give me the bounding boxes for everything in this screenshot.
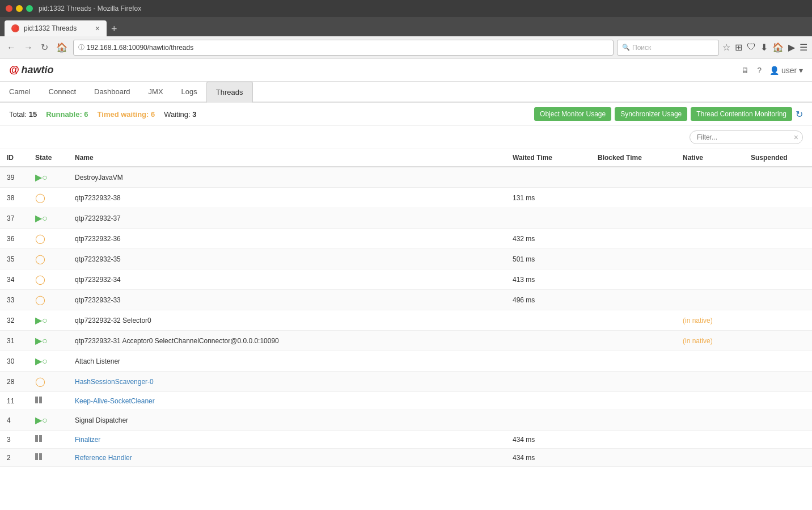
cell-id: 31 <box>0 331 28 351</box>
cell-id: 32 <box>0 310 28 331</box>
forward-btn[interactable]: → <box>22 40 35 55</box>
cell-waited-time: 434 ms <box>506 449 591 467</box>
suspended-icon <box>35 454 42 462</box>
thread-contention-btn[interactable]: Thread Contention Monitoring <box>691 107 792 121</box>
browser-addressbar: ← → ↻ 🏠 ⓘ 192.168.1.68:10090/hawtio/thre… <box>0 36 812 59</box>
cell-id: 34 <box>0 269 28 290</box>
thread-name-link[interactable]: Finalizer <box>75 436 100 444</box>
home-btn[interactable]: 🏠 <box>54 40 70 55</box>
table-row: 39▶○DestroyJavaVM <box>0 167 812 188</box>
cell-name[interactable]: Reference Handler <box>68 449 506 467</box>
cell-native <box>676 229 744 249</box>
help-icon[interactable]: ? <box>757 66 762 75</box>
timed-value: 6 <box>151 110 155 119</box>
cell-suspended <box>744 208 812 229</box>
cell-blocked-time <box>591 310 676 331</box>
reader-icon[interactable]: ⊞ <box>735 42 742 53</box>
filter-clear-btn[interactable]: × <box>794 133 798 142</box>
table-row: 11Keep-Alive-SocketCleaner <box>0 392 812 410</box>
search-placeholder: Поиск <box>632 44 651 52</box>
monitor-icon[interactable]: 🖥 <box>741 66 749 75</box>
cell-id: 30 <box>0 351 28 372</box>
cell-name[interactable]: HashSessionScavenger-0 <box>68 372 506 392</box>
cell-blocked-time <box>591 208 676 229</box>
cell-name: qtp7232932-38 <box>68 188 506 208</box>
in-native-label: (in native) <box>683 337 713 345</box>
cell-waited-time <box>506 372 591 392</box>
content-area: Total: 15 Runnable: 6 Timed waiting: 6 W… <box>0 103 812 467</box>
action-buttons: Object Monitor Usage Synchronizer Usage … <box>534 107 803 121</box>
maximize-window-btn[interactable] <box>26 5 33 12</box>
runnable-icon: ▶○ <box>35 213 48 223</box>
col-header-id: ID <box>0 149 28 167</box>
cell-id: 28 <box>0 372 28 392</box>
tab-close-btn[interactable]: × <box>95 24 100 33</box>
search-box[interactable]: 🔍 Поиск <box>617 40 719 56</box>
cell-native <box>676 167 744 188</box>
table-row: 28◯HashSessionScavenger-0 <box>0 372 812 392</box>
user-menu[interactable]: 👤 user ▾ <box>769 66 803 75</box>
new-tab-btn[interactable]: + <box>107 23 122 35</box>
minimize-window-btn[interactable] <box>16 5 23 12</box>
nav-item-dashboard[interactable]: Dashboard <box>85 82 139 103</box>
col-header-native: Native <box>676 149 744 167</box>
cell-name: qtp7232932-35 <box>68 249 506 269</box>
browser-tab-active[interactable]: 🔴 pid:1332 Threads × <box>5 20 107 36</box>
cell-id: 33 <box>0 290 28 310</box>
table-row: 2Reference Handler434 ms <box>0 449 812 467</box>
cell-native <box>676 269 744 290</box>
thread-name-link[interactable]: Reference Handler <box>75 454 132 462</box>
menu-icon[interactable]: ☰ <box>800 42 807 53</box>
cell-name[interactable]: Keep-Alive-SocketCleaner <box>68 392 506 410</box>
nav-item-jmx[interactable]: JMX <box>139 82 172 103</box>
synchronizer-btn[interactable]: Synchronizer Usage <box>615 107 687 121</box>
address-bar[interactable]: ⓘ 192.168.1.68:10090/hawtio/threads <box>73 40 614 56</box>
cell-id: 4 <box>0 410 28 431</box>
yt-icon[interactable]: ▶ <box>788 42 795 53</box>
table-row: 37▶○qtp7232932-37 <box>0 208 812 229</box>
download-icon[interactable]: ⬇ <box>760 42 768 53</box>
cell-name: qtp7232932-32 Selector0 <box>68 310 506 331</box>
thread-name-link[interactable]: HashSessionScavenger-0 <box>75 378 154 386</box>
back-btn[interactable]: ← <box>5 40 18 55</box>
cell-name[interactable]: Finalizer <box>68 431 506 449</box>
nav-item-logs[interactable]: Logs <box>172 82 206 103</box>
cell-name: Signal Dispatcher <box>68 410 506 431</box>
total-stat: Total: 15 <box>9 110 37 119</box>
cell-waited-time <box>506 167 591 188</box>
cell-waited-time: 434 ms <box>506 431 591 449</box>
stats-bar: Total: 15 Runnable: 6 Timed waiting: 6 W… <box>0 103 812 126</box>
home-toolbar-icon[interactable]: 🏠 <box>772 42 784 53</box>
nav-item-camel[interactable]: Camel <box>0 82 40 103</box>
nav-item-threads[interactable]: Threads <box>206 82 253 103</box>
cell-name: qtp7232932-33 <box>68 290 506 310</box>
browser-toolbar-icons: ☆ ⊞ 🛡 ⬇ 🏠 ▶ ☰ <box>722 42 807 53</box>
cell-blocked-time <box>591 431 676 449</box>
col-header-name: Name <box>68 149 506 167</box>
filter-input[interactable] <box>690 130 803 144</box>
shield-icon[interactable]: 🛡 <box>747 42 756 53</box>
suspended-icon <box>35 436 42 444</box>
table-row: 38◯qtp7232932-38131 ms <box>0 188 812 208</box>
refresh-threads-btn[interactable]: ↻ <box>796 109 803 120</box>
nav-item-connect[interactable]: Connect <box>40 82 85 103</box>
hawtio-logo: @hawtio <box>9 64 54 76</box>
cell-native <box>676 208 744 229</box>
waiting-icon: ◯ <box>35 234 45 243</box>
cell-state: ◯ <box>28 229 68 249</box>
waiting-icon: ◯ <box>35 275 45 284</box>
object-monitor-btn[interactable]: Object Monitor Usage <box>534 107 611 121</box>
cell-blocked-time <box>591 351 676 372</box>
waiting-icon: ◯ <box>35 254 45 264</box>
thread-name-link[interactable]: Keep-Alive-SocketCleaner <box>75 397 155 405</box>
refresh-nav-btn[interactable]: ↻ <box>39 40 50 55</box>
tab-label: pid:1332 Threads <box>24 24 77 32</box>
cell-native <box>676 449 744 467</box>
timed-stat: Timed waiting: 6 <box>98 110 155 119</box>
bookmark-icon[interactable]: ☆ <box>722 42 730 53</box>
timed-label: Timed waiting: <box>98 110 149 119</box>
close-window-btn[interactable] <box>6 5 12 12</box>
cell-blocked-time <box>591 290 676 310</box>
cell-name: Attach Listener <box>68 351 506 372</box>
user-icon: 👤 <box>769 66 779 75</box>
